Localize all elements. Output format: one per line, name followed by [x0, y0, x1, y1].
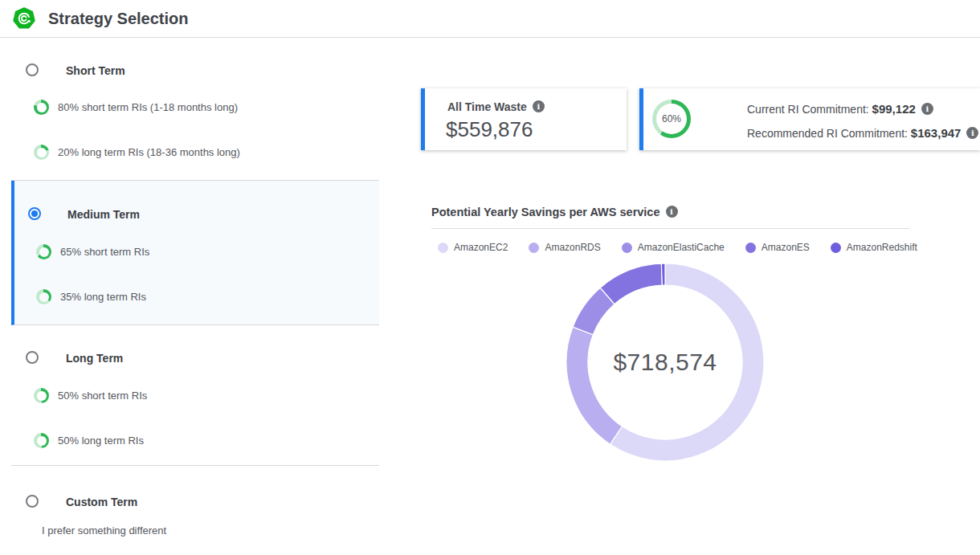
info-icon[interactable] — [921, 103, 933, 115]
section-divider — [11, 465, 379, 466]
all-time-waste-label: All Time Waste — [447, 100, 545, 113]
savings-donut-chart: $718,574 — [566, 263, 764, 461]
chart-legend: AmazonEC2AmazonRDSAmazonElastiCacheAmazo… — [438, 242, 917, 253]
legend-dot-icon — [831, 243, 841, 253]
recommended-ri-commitment-label: Recommended RI Commitment: — [747, 127, 908, 140]
radio-custom-term[interactable] — [26, 495, 39, 508]
radio-short-term[interactable] — [26, 63, 39, 76]
all-time-waste-text: All Time Waste — [447, 100, 527, 113]
short-term-item-1: 80% short term RIs (1-18 months long) — [58, 100, 238, 115]
legend-label: AmazonRedshift — [847, 242, 917, 253]
recommended-ri-commitment-line: Recommended RI Commitment: $163,947 — [747, 126, 978, 140]
allocation-ring-35 — [36, 289, 51, 304]
legend-item-AmazonEC2[interactable]: AmazonEC2 — [438, 242, 508, 253]
allocation-ring-50-short — [34, 388, 49, 403]
savings-chart-title: Potential Yearly Savings per AWS service — [431, 206, 678, 218]
ri-commitment-card: 60% Current RI Commitment: $99,122 Recom… — [639, 88, 980, 150]
savings-chart-title-text: Potential Yearly Savings per AWS service — [431, 206, 660, 218]
short-term-label: Short Term — [66, 64, 125, 77]
short-term-item-2: 20% long term RIs (18-36 months long) — [58, 145, 240, 160]
legend-label: AmazonEC2 — [454, 242, 508, 253]
legend-label: AmazonElastiCache — [638, 242, 725, 253]
medium-term-item-1: 65% short term RIs — [60, 245, 149, 259]
current-ri-commitment-line: Current RI Commitment: $99,122 — [747, 102, 933, 116]
allocation-ring-20 — [34, 145, 49, 160]
legend-item-AmazonElastiCache[interactable]: AmazonElastiCache — [622, 242, 725, 253]
legend-dot-icon — [622, 243, 632, 253]
donut-center-total: $718,574 — [566, 263, 764, 461]
current-ri-commitment-value: $99,122 — [872, 102, 916, 116]
legend-dot-icon — [745, 243, 756, 253]
strategy-selection-page: Strategy Selection Short Term 80% short … — [0, 0, 980, 555]
allocation-ring-65 — [36, 244, 51, 259]
legend-item-AmazonRDS[interactable]: AmazonRDS — [529, 242, 600, 253]
allocation-ring-50-long — [34, 433, 49, 448]
cloudability-logo-icon — [13, 7, 35, 30]
all-time-waste-value: $559,876 — [446, 117, 533, 142]
commitment-gauge: 60% — [652, 100, 691, 138]
medium-term-label: Medium Term — [67, 208, 140, 221]
radio-long-term[interactable] — [26, 351, 39, 364]
long-term-label: Long Term — [66, 352, 123, 365]
custom-term-label: Custom Term — [66, 496, 137, 508]
custom-term-description: I prefer something different — [42, 524, 166, 537]
legend-item-AmazonRedshift[interactable]: AmazonRedshift — [831, 242, 917, 253]
legend-item-AmazonES[interactable]: AmazonES — [745, 242, 810, 253]
radio-medium-term[interactable] — [28, 207, 41, 220]
legend-label: AmazonRDS — [545, 242, 600, 253]
long-term-item-1: 50% short term RIs — [58, 389, 147, 403]
current-ri-commitment-label: Current RI Commitment: — [747, 103, 869, 116]
all-time-waste-card: All Time Waste $559,876 — [421, 88, 627, 150]
legend-dot-icon — [529, 243, 539, 253]
legend-dot-icon — [438, 243, 448, 253]
page-title: Strategy Selection — [48, 10, 189, 28]
info-icon[interactable] — [966, 127, 978, 139]
long-term-item-2: 50% long term RIs — [58, 434, 144, 448]
allocation-ring-80 — [34, 100, 49, 115]
commitment-gauge-label: 60% — [652, 100, 691, 138]
page-header: Strategy Selection — [0, 0, 980, 38]
recommended-ri-commitment-value: $163,947 — [911, 126, 962, 140]
chart-header-divider — [431, 228, 910, 229]
info-icon[interactable] — [666, 206, 678, 218]
medium-term-item-2: 35% long term RIs — [60, 290, 146, 304]
legend-label: AmazonES — [762, 242, 810, 253]
info-icon[interactable] — [533, 100, 545, 112]
